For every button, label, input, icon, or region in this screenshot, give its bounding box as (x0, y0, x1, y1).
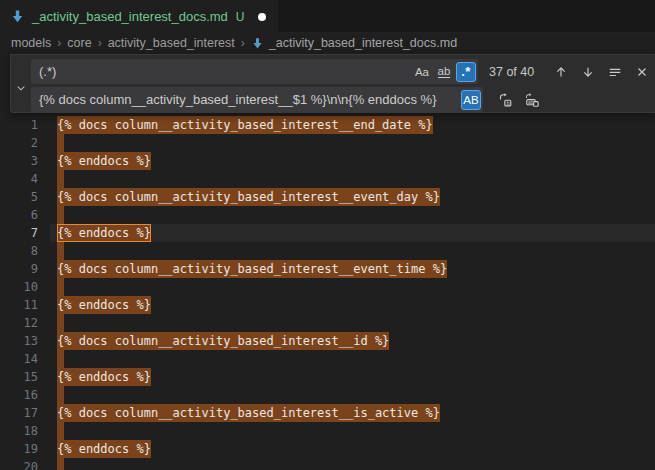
find-match-highlight: {% docs column__activity_based_interest_… (57, 404, 440, 422)
breadcrumb-item-core[interactable]: core (67, 36, 91, 50)
find-row: (.*) Aa ab .* 37 of 40 (31, 59, 651, 84)
replace-row: {% docs column__activity_based_interest_… (31, 87, 541, 112)
tab-filename: _activity_based_interest_docs.md (32, 9, 228, 24)
editor-line[interactable]: 19{% enddocs %} (0, 440, 655, 458)
chevron-down-icon (15, 82, 27, 94)
line-number: 2 (0, 134, 38, 152)
line-number: 11 (0, 296, 38, 314)
replace-buttons: b ab (495, 89, 541, 111)
editor-line[interactable]: 8 (0, 242, 655, 260)
replace-all-icon: ab (524, 92, 540, 108)
line-text (57, 278, 64, 296)
line-text (57, 386, 64, 404)
line-number: 16 (0, 386, 38, 404)
editor-line[interactable]: 9{% docs column__activity_based_interest… (0, 260, 655, 278)
breadcrumb-item-file[interactable]: _activity_based_interest_docs.md (251, 36, 457, 50)
line-number: 10 (0, 278, 38, 296)
whole-word-toggle[interactable]: ab (434, 62, 454, 82)
editor-line[interactable]: 11{% enddocs %} (0, 296, 655, 314)
breadcrumb-item-models[interactable]: models (11, 36, 51, 50)
editor-line[interactable]: 17{% docs column__activity_based_interes… (0, 404, 655, 422)
find-match-empty-highlight (57, 170, 64, 188)
line-number: 5 (0, 188, 38, 206)
match-count: 37 of 40 (489, 65, 539, 79)
editor-line[interactable]: 3{% enddocs %} (0, 152, 655, 170)
find-match-highlight: {% enddocs %} (57, 152, 151, 170)
next-match-button[interactable] (578, 61, 597, 83)
line-number: 18 (0, 422, 38, 440)
line-text: {% enddocs %} (57, 368, 151, 386)
tab-bar: _activity_based_interest_docs.md U (0, 0, 655, 33)
find-match-highlight: {% docs column__activity_based_interest_… (57, 116, 433, 134)
toggle-replace-button[interactable] (12, 79, 29, 96)
editor-line[interactable]: 13{% docs column__activity_based_interes… (0, 332, 655, 350)
find-match-highlight: {% docs column__activity_based_interest_… (57, 260, 447, 278)
find-match-empty-highlight (57, 422, 64, 440)
close-icon (635, 65, 649, 79)
editor-line[interactable]: 14 (0, 350, 655, 368)
line-text: {% enddocs %} (57, 152, 151, 170)
editor-line[interactable]: 7{% enddocs %} (0, 224, 655, 242)
editor-line[interactable]: 18 (0, 422, 655, 440)
breadcrumb-file-label: _activity_based_interest_docs.md (269, 36, 457, 50)
editor-line[interactable]: 16 (0, 386, 655, 404)
previous-match-button[interactable] (551, 61, 570, 83)
replace-icon: b (497, 92, 513, 108)
find-match-empty-highlight (57, 350, 64, 368)
replace-input[interactable]: {% docs column__activity_based_interest_… (31, 87, 483, 112)
editor-line[interactable]: 6 (0, 206, 655, 224)
find-match-highlight: {% enddocs %} (57, 224, 151, 242)
line-text (57, 314, 64, 332)
close-find-button[interactable] (632, 61, 651, 83)
find-match-empty-highlight (57, 242, 64, 260)
find-match-highlight: {% enddocs %} (57, 296, 151, 314)
editor-window: _activity_based_interest_docs.md U model… (0, 0, 655, 470)
find-match-empty-highlight (57, 134, 64, 152)
match-case-toggle[interactable]: Aa (412, 62, 432, 82)
git-status-badge: U (236, 10, 245, 24)
find-replace-widget: (.*) Aa ab .* 37 of 40 (10, 54, 655, 113)
replace-value: {% docs column__activity_based_interest_… (31, 92, 461, 107)
selection-lines-icon (608, 65, 622, 79)
line-number: 6 (0, 206, 38, 224)
editor-line[interactable]: 2 (0, 134, 655, 152)
editor-line[interactable]: 12 (0, 314, 655, 332)
editor-line[interactable]: 4 (0, 170, 655, 188)
line-number: 8 (0, 242, 38, 260)
breadcrumb: models › core › activity_based_interest … (0, 33, 655, 53)
line-number: 4 (0, 170, 38, 188)
chevron-right-icon: › (55, 36, 63, 50)
line-number: 7 (0, 224, 38, 242)
regex-toggle[interactable]: .* (456, 62, 476, 82)
line-number: 14 (0, 350, 38, 368)
find-in-selection-button[interactable] (605, 61, 624, 83)
editor-line[interactable]: 15{% enddocs %} (0, 368, 655, 386)
svg-text:b: b (506, 99, 509, 105)
editor-line[interactable]: 10 (0, 278, 655, 296)
find-input[interactable]: (.*) Aa ab .* (31, 59, 478, 84)
editor-line[interactable]: 20 (0, 458, 655, 470)
preserve-case-toggle[interactable]: AB (461, 90, 481, 110)
line-text: {% docs column__activity_based_interest_… (57, 116, 433, 134)
modified-dot-icon[interactable] (258, 13, 266, 21)
replace-one-button[interactable]: b (495, 89, 514, 111)
line-number: 12 (0, 314, 38, 332)
line-number: 9 (0, 260, 38, 278)
editor-line[interactable]: 1{% docs column__activity_based_interest… (0, 116, 655, 134)
file-type-icon (251, 37, 264, 50)
find-query: (.*) (31, 64, 412, 79)
svg-text:ab: ab (528, 99, 534, 104)
replace-all-button[interactable]: ab (522, 89, 541, 111)
line-number: 3 (0, 152, 38, 170)
breadcrumb-item-activity-based-interest[interactable]: activity_based_interest (108, 36, 235, 50)
find-match-highlight: {% enddocs %} (57, 368, 151, 386)
tab-active-file[interactable]: _activity_based_interest_docs.md U (0, 0, 278, 33)
line-text: {% docs column__activity_based_interest_… (57, 260, 447, 278)
find-match-highlight: {% enddocs %} (57, 440, 151, 458)
line-number: 20 (0, 458, 38, 470)
line-text (57, 422, 64, 440)
file-type-icon (10, 9, 25, 24)
line-text: {% enddocs %} (57, 440, 151, 458)
editor-line[interactable]: 5{% docs column__activity_based_interest… (0, 188, 655, 206)
arrow-up-icon (554, 65, 568, 79)
